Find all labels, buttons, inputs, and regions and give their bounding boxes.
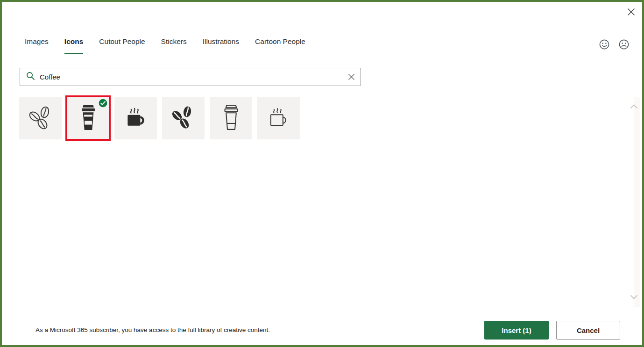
subscriber-note: As a Microsoft 365 subscriber, you have …: [35, 326, 270, 333]
stock-images-dialog: Images Icons Cutout People Stickers Illu…: [0, 0, 644, 347]
result-tile-coffee-mug-filled[interactable]: [114, 97, 157, 139]
selected-check-icon: [98, 98, 108, 108]
search-box: [20, 68, 361, 86]
search-input[interactable]: [40, 73, 348, 81]
happy-feedback-icon[interactable]: [599, 39, 610, 50]
tab-cartoon-people[interactable]: Cartoon People: [255, 37, 305, 54]
tab-cutout-people[interactable]: Cutout People: [99, 37, 145, 54]
result-tile-coffee-beans-outline[interactable]: [19, 97, 62, 139]
tab-illustrations[interactable]: Illustrations: [203, 37, 239, 54]
search-results: [19, 97, 300, 139]
sad-feedback-icon[interactable]: [618, 39, 630, 50]
result-tile-coffee-beans-filled[interactable]: [162, 97, 205, 139]
search-icon: [26, 72, 35, 82]
clear-search-icon[interactable]: [348, 73, 355, 80]
close-icon: [627, 8, 635, 17]
tab-stickers[interactable]: Stickers: [161, 37, 187, 54]
feedback-buttons: [599, 39, 630, 50]
close-button[interactable]: [626, 8, 636, 17]
result-tile-coffee-cup-to-go-filled[interactable]: [67, 97, 109, 139]
coffee-cup-to-go-filled-icon: [78, 104, 99, 133]
scrollbar-track[interactable]: [634, 97, 640, 307]
coffee-cup-to-go-outline-icon: [220, 104, 242, 133]
scroll-down-icon[interactable]: [630, 293, 638, 298]
tab-images[interactable]: Images: [25, 37, 49, 54]
coffee-mug-outline-icon: [266, 105, 291, 132]
coffee-beans-filled-icon: [170, 104, 197, 133]
result-tile-coffee-mug-outline[interactable]: [257, 97, 300, 139]
scroll-up-icon[interactable]: [630, 102, 638, 108]
cancel-button[interactable]: Cancel: [556, 321, 620, 340]
result-tile-coffee-cup-to-go-outline[interactable]: [210, 97, 252, 139]
tab-icons[interactable]: Icons: [64, 37, 83, 54]
insert-button[interactable]: Insert (1): [484, 321, 549, 340]
category-tabs: Images Icons Cutout People Stickers Illu…: [25, 37, 305, 54]
coffee-beans-outline-icon: [27, 104, 54, 133]
coffee-mug-filled-icon: [123, 105, 149, 132]
